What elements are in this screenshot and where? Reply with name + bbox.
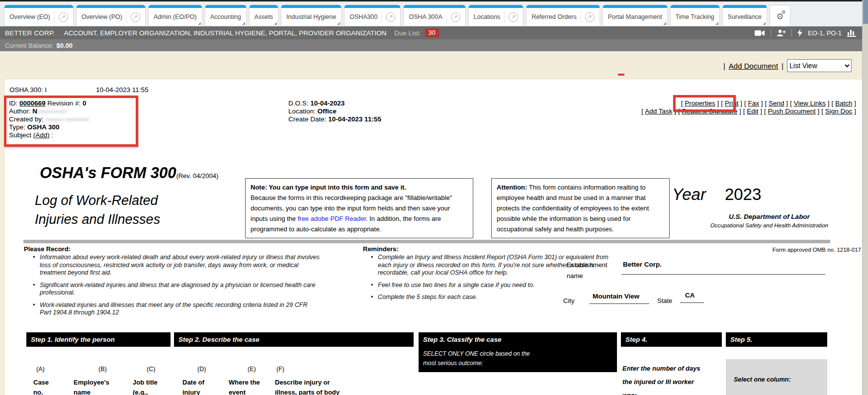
subject-add-link[interactable]: (Add)	[33, 131, 50, 139]
tab-time-tracking[interactable]: Time Tracking	[670, 5, 720, 26]
revision-value: 0	[83, 99, 87, 107]
tab-admin-eo-po[interactable]: Admin (EO/PO)	[148, 5, 202, 26]
column-label: Case no.	[33, 378, 55, 395]
action-links-row2: Add TaskRequest SignatureEditPush Docume…	[639, 107, 856, 115]
list-item: Feel free to use two lines for a single …	[370, 282, 613, 290]
tab-settings-gears-icon[interactable]	[770, 5, 790, 27]
author-redacted: —————	[37, 108, 67, 115]
tab-osha-300a[interactable]: OSHA 300A	[403, 5, 465, 26]
organization-bar: BETTER CORP. ACCOUNT, EMPLOYER ORGANIZAT…	[0, 26, 868, 39]
open-external-icon[interactable]	[59, 12, 68, 22]
note-box: Note: You can type input into this form …	[245, 178, 473, 238]
tab-bar: Overview (EO) Overview (PO) Admin (EO/PO…	[0, 1, 862, 26]
view-links-link[interactable]: View Links	[794, 99, 826, 107]
establishment-label: Establishment name	[567, 260, 616, 282]
balance-value: $0.00	[57, 42, 73, 49]
document-datetime: 10-04-2023 11:55	[96, 86, 149, 94]
year-label: Year	[672, 185, 706, 203]
add-document-link[interactable]: Add Document	[729, 62, 778, 70]
note-title: Note: You can type input into this form …	[251, 184, 406, 191]
balance-label: Current Balance:	[5, 42, 54, 49]
open-external-icon[interactable]	[386, 12, 395, 22]
form-subtitle-line2: Injuries and Illnesses	[35, 212, 160, 227]
attention-box: Attention: This form contains informatio…	[491, 178, 670, 238]
annotation-dash	[618, 74, 624, 76]
send-link[interactable]: Send	[769, 99, 784, 107]
fax-link[interactable]: Fax	[748, 99, 760, 107]
tab-overview-po[interactable]: Overview (PO)	[76, 5, 146, 26]
step4-header: Step 4.	[621, 332, 722, 347]
omb-approval: Form approved OMB no. 1218-017	[773, 247, 861, 253]
column-label: Employee's name	[74, 378, 114, 395]
add-task-link[interactable]: Add Task	[645, 107, 672, 115]
video-camera-icon[interactable]	[755, 30, 765, 36]
step3-instruction: SELECT ONLY ONE circle based on the most…	[423, 349, 542, 368]
edit-link[interactable]: Edit	[747, 107, 758, 115]
document-id-link[interactable]: 0000669	[19, 99, 46, 107]
open-external-icon[interactable]	[451, 12, 460, 22]
tab-assets[interactable]: Assets	[249, 5, 279, 26]
tab-label: Overview (EO)	[9, 13, 50, 20]
column-label: Date of injury	[182, 378, 211, 395]
request-signature-link[interactable]: Request Signature	[682, 107, 737, 115]
column-label: Where the event	[229, 378, 267, 395]
tab-surveillance[interactable]: Surveillance	[722, 5, 767, 26]
type-line: Type: OSHA 300	[9, 123, 60, 131]
add-person-icon[interactable]	[777, 29, 786, 36]
year-value: 2023	[725, 185, 761, 203]
corner-fold-icon	[274, 22, 277, 25]
section-divider	[23, 240, 830, 243]
step4-instruction: Enter the number of days the injured or …	[622, 362, 703, 395]
due-list-badge[interactable]: 30	[425, 28, 439, 37]
created-by-redacted: ——— ————	[46, 116, 89, 123]
document-title: OSHA 300: I	[9, 86, 47, 94]
state-label: State	[657, 296, 672, 306]
tab-referred-orders[interactable]: Referred Orders	[526, 5, 600, 26]
tab-label: Referred Orders	[531, 13, 576, 20]
open-external-icon[interactable]	[131, 12, 140, 22]
created-by-line: Created by: ——— ————	[9, 115, 89, 123]
form-title: OSHA's FORM 300(Rev. 04/2004)	[40, 164, 218, 182]
tab-osha300[interactable]: OSHA300	[344, 5, 401, 26]
column-letter: (D)	[197, 366, 206, 373]
divider	[771, 29, 771, 37]
reminders-title: Reminders:	[363, 245, 399, 253]
tab-label: Industrial Hygiene	[286, 13, 336, 20]
batch-link[interactable]: Batch	[835, 99, 853, 107]
form-revision: (Rev. 04/2004)	[176, 172, 218, 180]
action-links-row1: PropertiesPrintFaxSendView LinksBatch	[679, 99, 856, 107]
print-link[interactable]: Print	[725, 99, 739, 107]
step2-header: Step 2. Describe the case	[174, 332, 414, 347]
pdf-reader-link[interactable]: free adobe PDF Reader	[298, 215, 366, 222]
vertical-scrollbar[interactable]	[862, 0, 868, 395]
open-external-icon[interactable]	[585, 12, 595, 22]
bar-chart-icon[interactable]	[847, 29, 856, 37]
tab-label: OSHA300	[349, 13, 377, 20]
document-toolbar: | Add Document | List View	[723, 59, 852, 72]
scrollbar-thumb[interactable]	[863, 0, 868, 24]
department-of-labor: U.S. Department of Labor Occupational Sa…	[694, 213, 845, 228]
module-list: ACCOUNT, EMPLOYER ORGANIZATION, INDUSTRI…	[64, 29, 386, 37]
tab-industrial-hygiene[interactable]: Industrial Hygiene	[281, 5, 342, 26]
list-item: Significant work-related injuries and il…	[32, 282, 320, 297]
properties-link[interactable]: Properties	[685, 99, 715, 107]
tab-label: Time Tracking	[676, 13, 714, 20]
sign-doc-link[interactable]: Sign Doc	[825, 107, 853, 115]
step5-header: Step 5.	[726, 332, 827, 347]
tab-locations[interactable]: Locations	[468, 5, 524, 26]
tab-accounting[interactable]: Accounting	[205, 5, 247, 26]
open-external-icon[interactable]	[509, 12, 518, 22]
form-subtitle-line1: Log of Work-Related	[35, 193, 158, 208]
type-value: OSHA 300	[27, 123, 60, 131]
tab-portal-management[interactable]: Portal Management	[603, 5, 668, 26]
app-window: Overview (EO) Overview (PO) Admin (EO/PO…	[0, 0, 868, 395]
lightning-icon[interactable]	[797, 29, 802, 37]
step5-instruction: Select one column:	[734, 376, 791, 383]
tab-label: Accounting	[210, 13, 241, 20]
tab-label: Assets	[255, 13, 273, 20]
push-document-link[interactable]: Push Document	[768, 107, 816, 115]
view-mode-select[interactable]: List View	[787, 59, 852, 72]
column-label: Describe injury or illness, parts of bod…	[275, 378, 345, 395]
subject-line: Subject (Add)	[9, 131, 53, 139]
tab-overview-eo[interactable]: Overview (EO)	[4, 5, 74, 26]
